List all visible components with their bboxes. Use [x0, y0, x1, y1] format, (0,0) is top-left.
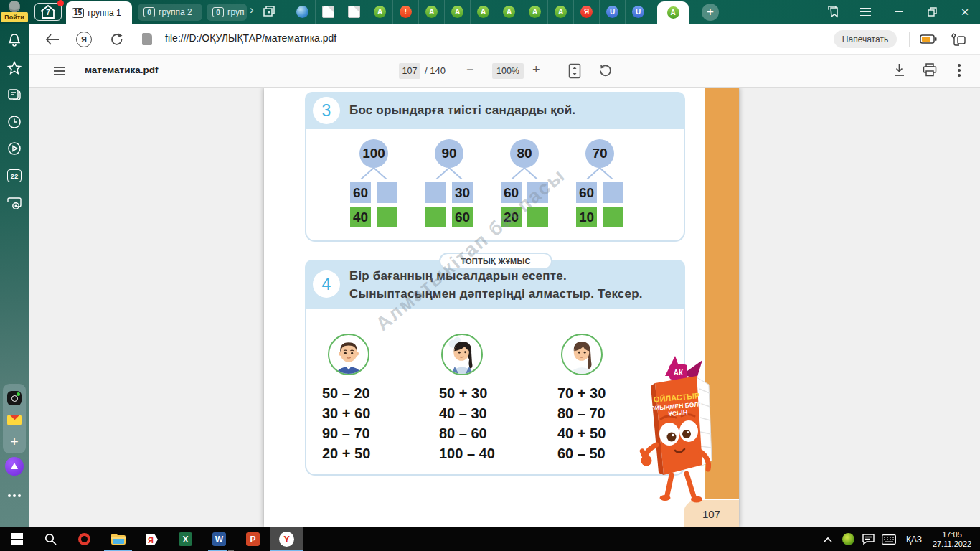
pinned-tab[interactable]: U — [600, 0, 626, 24]
pinned-tab[interactable] — [290, 0, 316, 24]
print-page-button[interactable]: Напечатать — [834, 30, 897, 48]
active-pinned-tab[interactable]: A — [657, 1, 689, 24]
tab-gruppa-3[interactable]: 0 груп — [207, 4, 247, 21]
globe-favicon — [296, 6, 308, 18]
new-tab-button[interactable]: + — [702, 4, 719, 21]
expression: 30 + 60 — [322, 403, 370, 423]
tab-gruppa-1[interactable]: 15 группа 1 — [66, 1, 132, 24]
yandex-browser-taskbar-icon[interactable]: Y — [270, 527, 303, 551]
side-panel-button[interactable] — [824, 0, 842, 24]
pinned-tab[interactable]: A — [471, 0, 496, 24]
opera-taskbar-icon[interactable] — [67, 527, 101, 551]
tree-cell: 60 — [576, 182, 597, 203]
exercise3-content: 100 60 40 90 30 60 80 60 20 — [305, 129, 685, 242]
home-tab-button[interactable]: 7 — [34, 3, 62, 21]
page-number-input[interactable]: 107 — [399, 63, 420, 79]
notification-dot — [57, 0, 64, 6]
yandex-services-button[interactable]: Я — [73, 24, 95, 55]
pinned-tab[interactable] — [316, 0, 341, 24]
start-button[interactable] — [0, 527, 34, 551]
new-tab-icon[interactable] — [263, 5, 276, 21]
collections-icon[interactable] — [947, 24, 970, 55]
back-button[interactable] — [42, 24, 63, 55]
girl-bows-avatar — [441, 334, 483, 375]
language-indicator[interactable]: ҚАЗ — [901, 527, 927, 551]
pinned-tab[interactable]: A — [419, 0, 445, 24]
pdf-download-button[interactable] — [893, 63, 905, 80]
tree-lines — [501, 168, 548, 179]
history-clock-icon[interactable] — [0, 115, 29, 129]
home-tab-counter: 7 — [46, 9, 50, 17]
browser-menu-button[interactable] — [856, 0, 875, 24]
tree-cell — [527, 207, 548, 227]
taskbar-clock[interactable]: 17:05 27.11.2022 — [927, 527, 977, 551]
touch-keyboard-tray-icon[interactable] — [878, 527, 900, 551]
mail-icon[interactable] — [0, 415, 29, 425]
expression: 50 – 20 — [322, 383, 370, 403]
pinned-tab[interactable]: Я — [574, 0, 600, 24]
pinned-tab[interactable] — [341, 0, 367, 24]
tree-lines — [576, 168, 623, 179]
column-avatar-girl — [561, 334, 603, 375]
expression: 40 + 50 — [557, 423, 606, 443]
add-app-icon[interactable]: + — [0, 434, 29, 450]
pdf-viewer[interactable]: 3 Бос орындарға тиісті сандарды қой. 100… — [29, 88, 980, 527]
expression: 90 – 70 — [322, 423, 370, 443]
expression: 80 – 60 — [439, 423, 495, 443]
calendar-icon[interactable]: 22 — [0, 169, 29, 182]
notifications-bell-icon[interactable] — [0, 33, 29, 47]
pinned-tab[interactable]: A — [548, 0, 574, 24]
app-a-favicon: A — [503, 6, 515, 18]
close-button[interactable]: × — [956, 0, 974, 24]
video-play-icon[interactable] — [0, 141, 29, 156]
zoom-in-button[interactable]: + — [532, 62, 540, 77]
feed-icon[interactable] — [0, 88, 29, 101]
expression: 70 + 30 — [557, 383, 606, 403]
minimize-button[interactable] — [890, 0, 908, 24]
tab-overflow-chevron[interactable]: › — [250, 3, 254, 17]
fit-page-button[interactable] — [568, 63, 581, 82]
file-explorer-taskbar-icon[interactable] — [101, 527, 135, 551]
powerpoint-taskbar-icon[interactable]: P — [236, 527, 270, 551]
pinned-tab[interactable]: ! — [393, 0, 419, 24]
zoom-out-button[interactable]: − — [466, 62, 474, 77]
sign-in-button[interactable]: Войти — [1, 12, 28, 22]
pdf-more-menu[interactable] — [958, 64, 961, 77]
decomposition-tree: 80 60 20 — [501, 139, 548, 227]
rotate-button[interactable] — [598, 63, 613, 80]
app-a-favicon: A — [451, 6, 463, 18]
pinned-tab[interactable]: A — [496, 0, 522, 24]
battery-saver-icon[interactable] — [917, 24, 940, 55]
notifications-tray-icon[interactable] — [858, 527, 878, 551]
mascot-cover-text: ОЙЛАСТЫР ОЙЫҢМЕН БӨЛІС ҰСЫН — [648, 391, 707, 420]
taskbar-search-button[interactable] — [34, 527, 67, 551]
divider — [283, 6, 283, 18]
pdf-toolbar: математика.pdf 107 / 140 − 100% + — [29, 55, 980, 88]
exercise3-header: 3 Бос орындарға тиісті сандарды қой. — [305, 92, 685, 129]
screenshot-icon[interactable] — [0, 197, 29, 211]
pdf-filename: математика.pdf — [85, 65, 159, 75]
word-taskbar-icon[interactable]: W — [202, 527, 236, 551]
antivirus-tray-icon[interactable] — [838, 527, 858, 551]
zoom-level[interactable]: 100% — [492, 63, 524, 79]
pinned-tab[interactable]: A — [445, 0, 471, 24]
messenger-icon[interactable] — [0, 391, 29, 405]
tree-lines — [425, 168, 473, 179]
pdf-print-button[interactable] — [923, 63, 937, 80]
yandex-app-taskbar-icon[interactable]: Я — [135, 527, 169, 551]
pinned-tab[interactable]: A — [367, 0, 393, 24]
excel-taskbar-icon[interactable]: X — [169, 527, 202, 551]
pinned-tab[interactable]: A — [522, 0, 548, 24]
address-bar[interactable]: file:///D:/ОҚУЛЫҚТАР/математика.pdf — [165, 32, 336, 44]
pdf-sidebar-toggle[interactable] — [54, 67, 65, 75]
bookmarks-star-icon[interactable] — [0, 61, 29, 75]
pinned-tab[interactable]: U — [626, 0, 651, 24]
tray-expand-chevron[interactable] — [818, 527, 838, 551]
profile-corner[interactable]: Войти — [0, 0, 29, 24]
reload-button[interactable] — [106, 24, 128, 55]
clock-time: 17:05 — [933, 530, 971, 540]
alice-assistant-icon[interactable] — [0, 457, 29, 476]
restore-button[interactable] — [923, 0, 941, 24]
tab-gruppa-2[interactable]: 0 группа 2 — [138, 4, 202, 21]
sidebar-more-icon[interactable] — [0, 494, 29, 497]
